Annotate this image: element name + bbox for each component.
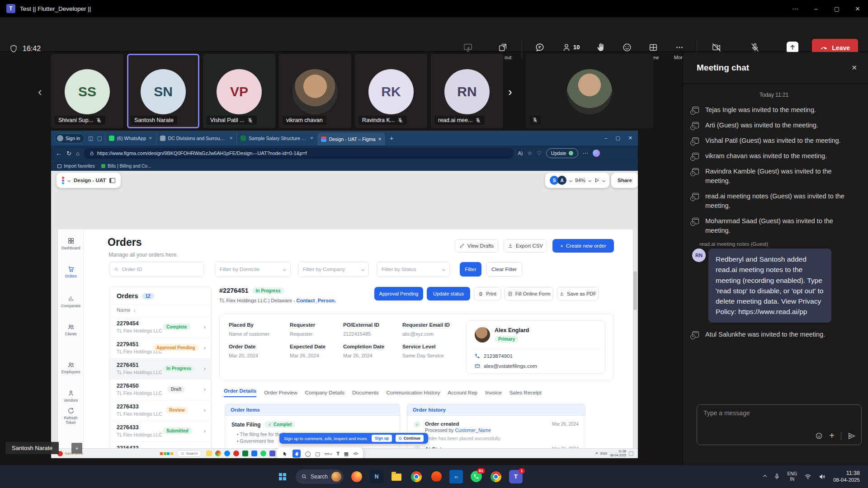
browser-essentials-icon[interactable]: ♡: [537, 150, 542, 156]
language-indicator[interactable]: ENGIN: [788, 471, 797, 482]
participant-tile[interactable]: RK Ravindra K...: [355, 54, 427, 128]
tray-chevron-icon[interactable]: [763, 474, 766, 478]
tab-company-details[interactable]: Company Details: [305, 390, 345, 395]
sort-icon[interactable]: ↓: [133, 307, 136, 313]
maximize-button[interactable]: ▢: [826, 0, 847, 17]
contact-email[interactable]: alex@vstatefilings.com: [484, 363, 537, 369]
fill-online-form-button[interactable]: Fill Online Form: [505, 287, 553, 300]
google-continue-button[interactable]: GContinue: [396, 435, 423, 442]
contact-phone[interactable]: 2123874901: [484, 353, 513, 359]
zoom-level[interactable]: 94%: [575, 178, 585, 183]
tab-invoice[interactable]: Invoice: [485, 390, 501, 395]
tab-close-icon[interactable]: ✕: [230, 136, 233, 141]
shared-app-icon[interactable]: [215, 450, 221, 456]
comment-tool-icon[interactable]: ◯: [305, 451, 311, 457]
tab-communication-history[interactable]: Communication History: [386, 390, 440, 395]
search-input[interactable]: [122, 267, 199, 272]
export-csv-button[interactable]: Export CSV: [504, 239, 547, 253]
order-row[interactable]: 2279454TL Flex Holdings LLCComplete›: [109, 317, 211, 338]
sidebar-item-vendors[interactable]: Vendors: [58, 389, 84, 403]
tab-order-details[interactable]: Order Details: [224, 388, 256, 397]
filter-company-select[interactable]: Filter by Company: [298, 262, 369, 277]
view-drafts-button[interactable]: View Drafts: [455, 239, 498, 253]
contact-person-link[interactable]: Contact_Person.: [297, 298, 336, 303]
clear-filter-button[interactable]: Clear Filter: [486, 262, 522, 277]
update-status-button[interactable]: Update status: [427, 287, 470, 300]
read-aloud-icon[interactable]: A): [518, 150, 523, 156]
tray-mic-icon[interactable]: [774, 473, 780, 480]
favorite-star-icon[interactable]: ☆: [527, 150, 532, 156]
approval-pending-button[interactable]: Approval Pending: [374, 287, 423, 300]
participant-tile[interactable]: SS Shivani Sup...: [51, 54, 123, 128]
participant-tile-video[interactable]: vikram chavan: [279, 54, 351, 128]
figma-share-button[interactable]: Share: [611, 173, 638, 188]
wifi-icon[interactable]: [804, 473, 811, 480]
component-tool-icon[interactable]: ▦: [344, 451, 349, 457]
new-tab-button[interactable]: +: [390, 135, 393, 142]
figma-doc-pill[interactable]: Design - UAT: [57, 173, 121, 188]
shared-app-icon[interactable]: [260, 450, 266, 456]
bookmark-item[interactable]: Bills | Billing and Co...: [101, 164, 151, 169]
tab-close-icon[interactable]: ✕: [378, 137, 382, 141]
text-tool-icon[interactable]: T: [336, 451, 340, 456]
order-row[interactable]: 2276433TL Flex Holdings LLCReview›: [109, 400, 211, 421]
filter-button[interactable]: Filter: [460, 262, 481, 277]
create-new-order-button[interactable]: +Create new order: [552, 239, 614, 253]
browser-maximize-icon[interactable]: ▢: [615, 135, 620, 141]
collaborator-avatar[interactable]: A: [557, 176, 566, 185]
shared-search-box[interactable]: Search: [177, 450, 202, 457]
browser-tab[interactable]: DC Divisions and Surroundings✕: [156, 132, 237, 144]
address-bar[interactable]: https://www.figma.com/design/9BKQ0FOHRWa…: [84, 148, 514, 159]
browser-close-icon[interactable]: ✕: [628, 135, 632, 141]
chrome-icon[interactable]: [410, 470, 423, 483]
code-tool-icon[interactable]: </>: [353, 451, 358, 456]
page-scrollbar[interactable]: [633, 271, 637, 310]
chrome-profile-icon[interactable]: [489, 470, 503, 483]
shared-app-icon[interactable]: [206, 450, 212, 456]
bookmark-item[interactable]: Import favorites: [57, 164, 95, 169]
sidebar-item-companies[interactable]: Companies: [58, 295, 84, 308]
cursor-tool-icon[interactable]: [282, 451, 288, 457]
filter-domicile-select[interactable]: Filter by Domicile: [215, 262, 291, 277]
carousel-next-icon[interactable]: ›: [508, 85, 512, 99]
tab-search-icon[interactable]: ▢: [97, 135, 102, 141]
order-row-selected[interactable]: 2276451TL Flex Holdings LLCIn Progress›: [109, 358, 211, 379]
emoji-icon[interactable]: [815, 432, 823, 440]
hand-tool-icon[interactable]: [292, 450, 301, 458]
copilot-button-icon[interactable]: [593, 150, 600, 157]
browser-profile-button[interactable]: Sign in: [55, 133, 85, 143]
attach-plus-icon[interactable]: +: [829, 431, 835, 441]
tab-close-icon[interactable]: ✕: [149, 136, 152, 141]
notepad-app-icon[interactable]: N: [370, 470, 383, 483]
brave-icon[interactable]: [429, 470, 443, 483]
sidebar-item-refresh-token[interactable]: Refresh Token: [58, 407, 84, 425]
print-button[interactable]: Print: [474, 287, 501, 300]
shared-app-icon[interactable]: [269, 450, 275, 456]
browser-tab-active[interactable]: Design - UAT – Figma✕: [317, 132, 385, 145]
filter-status-select[interactable]: Filter by Status: [377, 262, 450, 277]
browser-more-icon[interactable]: ⋯: [583, 150, 588, 156]
chat-close-icon[interactable]: ✕: [851, 64, 857, 72]
volume-icon[interactable]: [819, 473, 826, 480]
shared-app-icon[interactable]: [242, 450, 248, 456]
play-icon[interactable]: [594, 178, 599, 183]
play-chevron-icon[interactable]: [602, 178, 605, 182]
shared-app-icon[interactable]: [224, 450, 230, 456]
order-row[interactable]: 2276433TL Flex Holdings LLCSubmitted›: [109, 421, 211, 441]
layout-panel-icon[interactable]: [109, 178, 115, 183]
shared-lang[interactable]: ENG: [600, 452, 607, 455]
tab-documents[interactable]: Documents: [352, 390, 378, 395]
copilot-icon[interactable]: ◫: [88, 135, 93, 141]
shared-app-icon[interactable]: [233, 450, 239, 456]
close-button[interactable]: ✕: [847, 0, 868, 17]
tab-order-preview[interactable]: Order Preview: [264, 390, 297, 395]
participant-tile-active-speaker[interactable]: SN Santosh Narate: [127, 54, 199, 128]
titlebar-more-icon[interactable]: ⋯: [785, 0, 806, 17]
update-button[interactable]: Update: [546, 148, 578, 158]
shared-start-button[interactable]: [160, 452, 166, 455]
shared-notification-icon[interactable]: [629, 451, 633, 456]
frame-tool-icon[interactable]: ▢: [315, 451, 320, 457]
participant-tile-video[interactable]: [526, 54, 653, 128]
sidebar-item-clients[interactable]: Clients: [58, 323, 84, 336]
shared-app-icon[interactable]: [251, 450, 257, 456]
